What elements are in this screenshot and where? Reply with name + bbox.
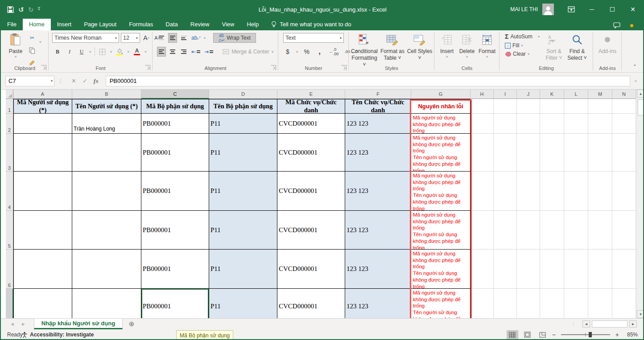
zoom-level[interactable]: 85% bbox=[623, 332, 638, 338]
zoom-in-icon[interactable]: + bbox=[615, 331, 619, 338]
cell-H2[interactable] bbox=[471, 114, 494, 134]
format-as-table-button[interactable]: Format as Table ˅ bbox=[379, 32, 406, 61]
cell-L2[interactable] bbox=[564, 114, 588, 134]
accessibility-status[interactable]: Accessibility: Investigate bbox=[21, 332, 94, 338]
zoom-out-icon[interactable]: − bbox=[552, 331, 556, 338]
cell-I2[interactable] bbox=[494, 114, 517, 134]
tab-data[interactable]: Data bbox=[159, 19, 184, 30]
align-right-icon[interactable] bbox=[179, 47, 188, 57]
tab-help[interactable]: Help bbox=[240, 19, 265, 30]
clipboard-dialog-launcher-icon[interactable] bbox=[41, 65, 46, 70]
cell-E1[interactable]: Mã Chức vụ/Chức danh bbox=[277, 99, 345, 114]
cell-K4[interactable] bbox=[540, 172, 564, 211]
hscroll-left-icon[interactable]: ◄ bbox=[582, 320, 590, 328]
tab-splitter-grip[interactable]: ⋮ bbox=[571, 322, 576, 327]
cell-C3[interactable]: PB000001 bbox=[141, 134, 209, 172]
cell-J3[interactable] bbox=[517, 134, 540, 172]
cell-J7[interactable] bbox=[517, 289, 540, 318]
cell-A7[interactable] bbox=[13, 289, 72, 318]
cell-G7[interactable]: Mã người sử dụng không được phép để trốn… bbox=[411, 289, 471, 318]
column-header-I[interactable]: I bbox=[494, 90, 517, 99]
cell-I6[interactable] bbox=[494, 250, 517, 289]
cell-C7[interactable]: PB000001 bbox=[141, 289, 209, 318]
cell-L7[interactable] bbox=[564, 289, 588, 318]
cell-J5[interactable] bbox=[517, 211, 540, 250]
cell-A4[interactable] bbox=[13, 172, 72, 211]
cell-E7[interactable]: CVCD000001 bbox=[277, 289, 345, 318]
cell-A6[interactable] bbox=[13, 250, 72, 289]
cell-G1[interactable]: Nguyên nhân lỗi bbox=[411, 99, 471, 114]
format-cells-button[interactable]: Format˅ bbox=[477, 32, 497, 59]
row-header-6[interactable]: 6 bbox=[6, 250, 13, 289]
increase-decimal-icon[interactable]: ←.0.00 bbox=[328, 47, 340, 57]
cell-H1[interactable] bbox=[471, 99, 494, 114]
cell-D6[interactable]: P11 bbox=[209, 250, 277, 289]
cell-D5[interactable]: P11 bbox=[209, 211, 277, 250]
redo-icon[interactable]: ↻˅ bbox=[28, 6, 33, 13]
cell-L6[interactable] bbox=[564, 250, 588, 289]
cell-G3[interactable]: Mã người sử dụng không được phép để trốn… bbox=[411, 134, 471, 172]
cell-L3[interactable] bbox=[564, 134, 588, 172]
cell-C4[interactable]: PB000001 bbox=[141, 172, 209, 211]
cell-F1[interactable]: Tên Chức vụ/Chức danh bbox=[345, 99, 411, 114]
save-icon[interactable] bbox=[7, 6, 14, 13]
cell-G5[interactable]: Mã người sử dụng không được phép để trốn… bbox=[411, 211, 471, 250]
borders-icon[interactable] bbox=[98, 47, 107, 57]
user-name[interactable]: MAI LE THI bbox=[510, 6, 538, 12]
increase-indent-icon[interactable]: ⇥ bbox=[203, 47, 214, 57]
cell-E3[interactable]: CVCD000001 bbox=[277, 134, 345, 172]
cell-D3[interactable]: P11 bbox=[209, 134, 277, 172]
comment-icon[interactable] bbox=[613, 22, 620, 29]
cell-L5[interactable] bbox=[564, 211, 588, 250]
cell-H4[interactable] bbox=[471, 172, 494, 211]
column-header-H[interactable]: H bbox=[471, 90, 494, 99]
cell-K1[interactable] bbox=[540, 99, 564, 114]
cell-H7[interactable] bbox=[471, 289, 494, 318]
cell-C5[interactable]: PB000001 bbox=[141, 211, 209, 250]
accounting-chevron[interactable]: ˅ bbox=[296, 50, 298, 54]
comma-style-icon[interactable]: , bbox=[315, 47, 324, 57]
font-color-icon[interactable]: A bbox=[132, 47, 141, 57]
column-header-L[interactable]: L bbox=[564, 90, 588, 99]
cell-E2[interactable]: CVCD000001 bbox=[277, 114, 345, 134]
zoom-slider-thumb[interactable] bbox=[589, 332, 592, 337]
tab-home[interactable]: Home bbox=[23, 19, 51, 30]
formula-bar-grip[interactable]: ⋮ bbox=[58, 78, 63, 84]
hscroll-right-icon[interactable]: ► bbox=[629, 320, 637, 328]
cell-I5[interactable] bbox=[494, 211, 517, 250]
page-layout-view-icon[interactable] bbox=[522, 330, 533, 339]
conditional-formatting-button[interactable]: ≠ Conditional Formatting ˅ bbox=[351, 32, 378, 68]
cell-N4[interactable] bbox=[612, 172, 636, 211]
find-select-button[interactable]: Find & Select ˅ bbox=[566, 32, 589, 61]
cell-G2[interactable]: Mã người sử dụng không được phép để trốn… bbox=[411, 114, 471, 134]
fill-color-chevron[interactable]: ˅ bbox=[127, 50, 129, 54]
cell-A5[interactable] bbox=[13, 211, 72, 250]
number-format-select[interactable]: Text▾ bbox=[283, 33, 344, 43]
cell-A3[interactable] bbox=[13, 134, 72, 172]
cell-K7[interactable] bbox=[540, 289, 564, 318]
copy-icon[interactable] bbox=[28, 45, 37, 55]
cell-B3[interactable] bbox=[72, 134, 141, 172]
fill-color-icon[interactable] bbox=[115, 47, 124, 57]
column-header-N[interactable]: N bbox=[612, 90, 636, 99]
cell-J6[interactable] bbox=[517, 250, 540, 289]
cell-F4[interactable]: 123 123 bbox=[345, 172, 411, 211]
column-header-A[interactable]: A bbox=[13, 90, 72, 99]
insert-cells-button[interactable]: Insert˅ bbox=[438, 32, 456, 59]
row-header-7[interactable]: 7 bbox=[6, 289, 13, 318]
scroll-down-icon[interactable]: ▼ bbox=[637, 310, 644, 318]
cell-A1[interactable]: Mã Người sử dụng (*) bbox=[13, 99, 72, 114]
insert-function-icon[interactable]: fx bbox=[94, 78, 99, 85]
cell-D1[interactable]: Tên Bộ phận sử dụng bbox=[209, 99, 277, 114]
autosum-button[interactable]: Σ AutoSum ˅ bbox=[505, 33, 540, 40]
bold-button[interactable]: B bbox=[53, 47, 62, 57]
addins-button[interactable]: Add-ins bbox=[596, 32, 619, 55]
cell-C6[interactable]: PB000001 bbox=[141, 250, 209, 289]
cell-F5[interactable]: 123 123 bbox=[345, 211, 411, 250]
cell-F6[interactable]: 123 123 bbox=[345, 250, 411, 289]
column-header-D[interactable]: D bbox=[209, 90, 277, 99]
cell-L4[interactable] bbox=[564, 172, 588, 211]
increase-font-size-icon[interactable]: A˄ bbox=[142, 33, 151, 43]
font-dialog-launcher-icon[interactable] bbox=[145, 65, 150, 70]
cell-E6[interactable]: CVCD000001 bbox=[277, 250, 345, 289]
